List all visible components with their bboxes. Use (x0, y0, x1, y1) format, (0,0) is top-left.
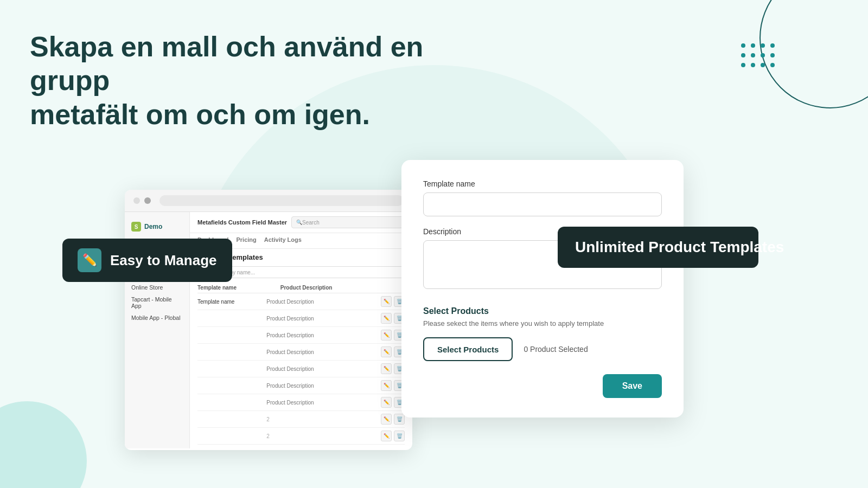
delete-btn[interactable]: 🗑️ (394, 431, 405, 441)
sidebar-online-store[interactable]: Online Store (125, 281, 189, 293)
browser-mockup: S Demo 📢 Marketing 🏷️ Discounts ⚙️ Apps … (125, 190, 412, 450)
table-row: Product Description ✏️ 🗑️ (197, 310, 405, 327)
app-header: Metafields Custom Field Master 🔍 Search (190, 212, 412, 233)
select-products-section: Select Products Please sekect the items … (423, 306, 662, 361)
easy-to-manage-badge: ✏️ Easy to Manage (62, 239, 232, 282)
bg-circle-bottom-left (0, 401, 87, 488)
table-row: 2 ✏️ 🗑️ (197, 411, 405, 428)
pencil-icon: ✏️ (78, 248, 101, 272)
edit-btn[interactable]: ✏️ (381, 414, 392, 425)
table-header: Template name Product Description (197, 282, 405, 293)
table-row: Product Description ✏️ 🗑️ (197, 327, 405, 344)
select-products-subtitle: Please sekect the items where you wish t… (423, 319, 662, 328)
form-panel: Template name Description Select Product… (401, 160, 684, 418)
table-row: Product Description ✏️ 🗑️ (197, 377, 405, 394)
shopify-icon: S (131, 222, 141, 232)
edit-btn[interactable]: ✏️ (381, 313, 392, 324)
template-name-label: Template name (423, 179, 662, 188)
dots-grid (741, 43, 776, 68)
shopify-store-name: S Demo (125, 217, 189, 236)
unlimited-product-templates-badge: Unlimited Product Templates (558, 227, 758, 268)
save-row: Save (423, 374, 662, 398)
main-heading: Skapa en mall och använd en grupp metafä… (30, 30, 442, 131)
delete-btn[interactable]: 🗑️ (394, 414, 405, 425)
edit-btn[interactable]: ✏️ (381, 330, 392, 341)
edit-btn[interactable]: ✏️ (381, 397, 392, 408)
table-row: Product Description ✏️ 🗑️ (197, 394, 405, 411)
bg-circle-top-right (760, 0, 868, 108)
table-row: Product Description ✏️ 🗑️ (197, 344, 405, 361)
tab-pricing[interactable]: Pricing (236, 236, 256, 245)
edit-btn[interactable]: ✏️ (381, 431, 392, 441)
sidebar-mobile-plobal[interactable]: Mobile App - Plobal (125, 312, 189, 324)
select-products-button[interactable]: Select Products (423, 337, 513, 361)
table-row: 2 ✏️ 🗑️ (197, 428, 405, 445)
template-table: Template name Product Description Templa… (190, 280, 412, 448)
browser-close-btn (133, 197, 140, 204)
save-button[interactable]: Save (603, 374, 662, 398)
products-selected-count: 0 Product Selected (524, 345, 588, 354)
edit-btn[interactable]: ✏️ (381, 296, 392, 307)
browser-urlbar (159, 195, 404, 206)
table-row: Product Description ✏️ 🗑️ (197, 361, 405, 377)
table-row: Template name Product Description ✏️ 🗑️ (197, 293, 405, 310)
select-products-title: Select Products (423, 306, 662, 316)
header-search[interactable]: 🔍 Search (291, 216, 405, 228)
browser-titlebar (125, 190, 412, 212)
select-products-row: Select Products 0 Product Selected (423, 337, 662, 361)
app-name: Metafields Custom Field Master (197, 219, 287, 226)
template-name-input[interactable] (423, 192, 662, 216)
sidebar-tapcart[interactable]: Tapcart - Mobile App (125, 293, 189, 312)
edit-btn[interactable]: ✏️ (381, 380, 392, 391)
edit-btn[interactable]: ✏️ (381, 346, 392, 357)
browser-min-btn (144, 197, 151, 204)
edit-btn[interactable]: ✏️ (381, 363, 392, 374)
tab-activity-logs[interactable]: Activity Logs (264, 236, 302, 245)
